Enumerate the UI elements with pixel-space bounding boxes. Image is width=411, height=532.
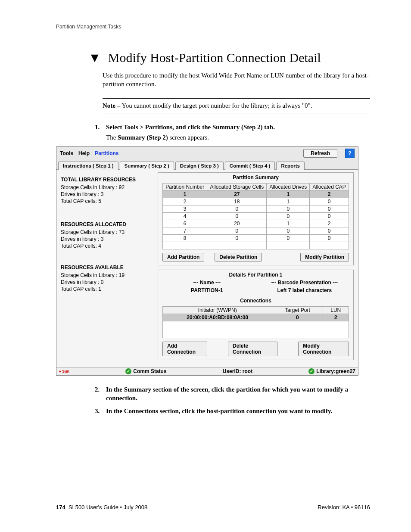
note-box: Note – You cannot modify the target port… <box>103 98 370 113</box>
col-initiator: Initiator (WWPN) <box>163 306 272 314</box>
table-cell: 18 <box>207 198 267 205</box>
arrow-down-icon: ▼ <box>88 50 101 65</box>
resource-line: Total CAP cells: 1 <box>61 286 153 292</box>
col-storage-cells: Allocated Storage Cells <box>207 183 267 190</box>
add-partition-button[interactable]: Add Partition <box>162 253 204 261</box>
resource-line: Total CAP cells: 5 <box>61 198 153 204</box>
modify-connection-button[interactable]: Modify Connection <box>298 342 349 356</box>
step-number: 3. <box>95 407 103 415</box>
table-row[interactable]: 8000 <box>163 234 349 242</box>
menubar: Tools Help Partitions Refresh ? <box>56 147 358 160</box>
total-resources-title: TOTAL LIBRARY RESOURCES <box>61 177 153 183</box>
table-cell: 2 <box>163 198 207 205</box>
target-port-value: 0 <box>272 314 323 321</box>
step-2-text: In the Summary section of the screen, cl… <box>106 386 348 401</box>
steps-list: 1. Select Tools > Partitions, and click … <box>95 123 370 141</box>
table-cell: 6 <box>163 220 207 227</box>
menu-partitions[interactable]: Partitions <box>95 150 118 156</box>
left-resources-column: TOTAL LIBRARY RESOURCES Storage Cells in… <box>56 170 158 367</box>
table-cell: 0 <box>310 234 349 242</box>
col-cap: Allocated CAP <box>310 183 349 190</box>
delete-partition-button[interactable]: Delete Partition <box>215 253 262 261</box>
tab-commit[interactable]: Commit ( Step 4 ) <box>225 162 275 170</box>
steps-list-cont: 2. In the Summary section of the screen,… <box>95 385 370 416</box>
resource-line: Total CAP cells: 4 <box>61 243 153 249</box>
resource-line: Storage Cells in Library : 73 <box>61 229 153 235</box>
table-cell: 0 <box>267 212 310 220</box>
table-cell: 0 <box>310 227 349 234</box>
page-footer: 174 SL500 User's Guide • July 2008 Revis… <box>56 504 370 510</box>
resource-line: Drives in library : 3 <box>61 236 153 242</box>
table-cell: 0 <box>207 234 267 242</box>
menu-help[interactable]: Help <box>78 150 90 156</box>
resource-line: Drives in library : 0 <box>61 279 153 285</box>
connections-title: Connections <box>158 296 353 304</box>
barcode-value: Left 7 label characters <box>256 287 354 293</box>
intro-paragraph: Use this procedure to modify the host Wo… <box>103 71 370 89</box>
table-cell: 0 <box>267 227 310 234</box>
table-row[interactable]: 4000 <box>163 212 349 220</box>
details-title: Details For Partition 1 <box>158 270 353 278</box>
initiator-value: 20:00:00:A0:BD:08:0A:00 <box>163 314 272 321</box>
table-cell: 0 <box>207 212 267 220</box>
user-id: UserID: root <box>223 368 252 374</box>
table-row[interactable]: 62012 <box>163 220 349 227</box>
name-value: PARTITION-1 <box>158 287 256 293</box>
barcode-header: --- Barcode Presentation --- <box>256 280 354 286</box>
tab-reports[interactable]: Reports <box>276 162 304 170</box>
table-cell: 0 <box>207 205 267 212</box>
table-row[interactable]: 7000 <box>163 227 349 234</box>
table-cell: 20 <box>207 220 267 227</box>
table-cell: 0 <box>310 205 349 212</box>
refresh-button[interactable]: Refresh <box>303 149 337 158</box>
tab-summary[interactable]: Summary ( Step 2 ) <box>120 162 174 170</box>
step-1-sub: The Summary (Step 2) screen appears. <box>106 134 370 141</box>
table-cell: 3 <box>163 205 207 212</box>
menu-tools[interactable]: Tools <box>60 150 73 156</box>
table-cell: 1 <box>267 190 310 198</box>
table-cell: 1 <box>267 198 310 205</box>
running-header: Partition Management Tasks <box>56 24 370 30</box>
table-cell: 1 <box>163 190 207 198</box>
connection-row[interactable]: 20:00:00:A0:BD:08:0A:00 0 2 <box>163 314 349 321</box>
table-cell: 0 <box>310 198 349 205</box>
table-cell: 2 <box>310 190 349 198</box>
resource-line: Drives in library : 3 <box>61 191 153 197</box>
partition-table[interactable]: Partition Number Allocated Storage Cells… <box>162 183 349 249</box>
add-connection-button[interactable]: Add Connection <box>162 342 207 356</box>
table-row[interactable]: 3000 <box>163 205 349 212</box>
tab-instructions[interactable]: Instructions ( Step 1 ) <box>58 162 118 170</box>
connections-table[interactable]: Initiator (WWPN) Target Port LUN 20:00:0… <box>162 306 349 338</box>
modify-partition-button[interactable]: Modify Partition <box>300 253 349 261</box>
tab-design[interactable]: Design ( Step 3 ) <box>175 162 224 170</box>
delete-connection-button[interactable]: Delete Connection <box>228 342 277 356</box>
allocated-title: RESOURCES ALLOCATED <box>61 221 153 227</box>
help-icon[interactable]: ? <box>345 149 355 158</box>
step-number: 2. <box>95 385 103 403</box>
col-drives: Allocated Drives <box>267 183 310 190</box>
available-title: RESOURCES AVAILABLE <box>61 264 153 271</box>
note-label: Note – <box>103 102 120 109</box>
app-screenshot: Tools Help Partitions Refresh ? Instruct… <box>56 146 358 376</box>
name-header: --- Name --- <box>158 280 256 286</box>
check-icon: ✓ <box>125 368 131 374</box>
lun-value: 2 <box>323 314 349 321</box>
details-panel: Details For Partition 1 --- Name --- ---… <box>158 270 354 360</box>
note-text: You cannot modify the target port number… <box>120 102 312 109</box>
resource-line: Storage Cells in Library : 19 <box>61 272 153 278</box>
status-bar: ♦ Sun ✓Comm Status UserID: root ✓Library… <box>56 367 358 375</box>
tabbar: Instructions ( Step 1 ) Summary ( Step 2… <box>56 160 358 170</box>
step-1-text: Select Tools > Partitions, and click the… <box>106 124 275 131</box>
table-cell: 0 <box>267 205 310 212</box>
table-row[interactable]: 12712 <box>163 190 349 198</box>
step-number: 1. <box>95 123 103 131</box>
resource-line: Storage Cells in Library : 92 <box>61 184 153 190</box>
table-cell: 1 <box>267 220 310 227</box>
col-target-port: Target Port <box>272 306 323 314</box>
partition-summary-title: Partition Summary <box>158 173 353 180</box>
table-cell: 0 <box>267 234 310 242</box>
check-icon: ✓ <box>308 368 314 374</box>
table-cell: 4 <box>163 212 207 220</box>
revision: Revision: KA • 96116 <box>318 504 370 510</box>
table-row[interactable]: 21810 <box>163 198 349 205</box>
